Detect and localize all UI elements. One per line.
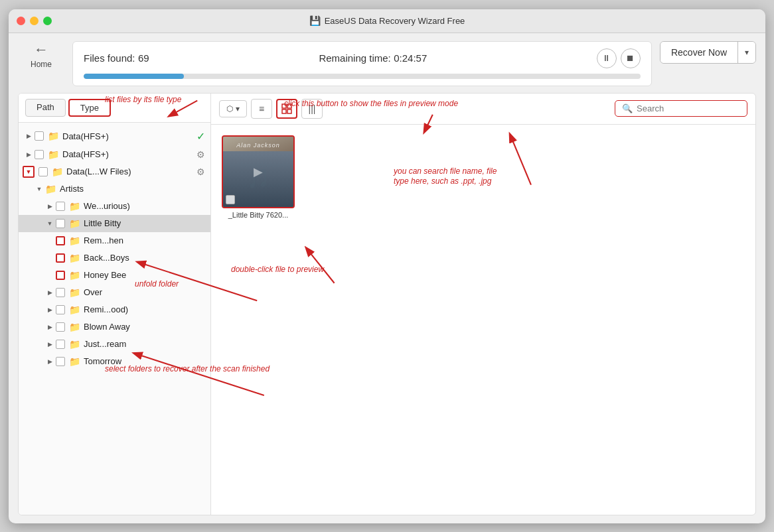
expand-arrow[interactable]: ▼ <box>45 219 54 228</box>
svg-rect-1 <box>287 104 291 108</box>
compare-view-button[interactable]: ||| <box>301 99 323 119</box>
folder-icon: 📁 <box>45 184 56 194</box>
back-button[interactable]: ← <box>34 41 48 58</box>
tab-type[interactable]: Type <box>68 99 111 117</box>
expand-arrow[interactable]: ▶ <box>45 288 54 297</box>
search-box: 🔍 <box>615 100 747 117</box>
progress-top: Files found: 69 Remaining time: 0:24:57 … <box>84 48 641 68</box>
checkbox[interactable] <box>56 305 65 314</box>
folder-icon: 📁 <box>69 235 80 246</box>
file-thumbnail[interactable]: Alan Jackson 🎵 ▶ _Little Bitty 7620... <box>222 135 295 219</box>
stop-button[interactable]: ⏹ <box>621 48 641 68</box>
item-label: Just...ream <box>84 339 126 349</box>
grid-icon <box>281 103 292 114</box>
svg-rect-3 <box>287 109 291 113</box>
item-label: Artists <box>60 184 84 194</box>
expand-arrow[interactable]: ▶ <box>45 357 54 366</box>
tab-path[interactable]: Path <box>25 99 66 117</box>
progress-bar-track <box>84 74 641 79</box>
checkbox[interactable] <box>56 288 65 297</box>
sidebar: Path Type ▶ 📁 Data(HFS+) ✓ ▶ <box>19 94 211 515</box>
progress-controls: ⏸ ⏹ <box>597 48 641 68</box>
recover-now-group[interactable]: Recover Now ▾ <box>660 41 756 64</box>
item-label: Honey Bee <box>84 270 126 280</box>
expand-arrow[interactable]: ▶ <box>45 305 54 314</box>
item-label: Over <box>84 287 102 297</box>
status-loading-icon: ⚙ <box>196 149 205 160</box>
checkbox[interactable] <box>35 150 44 159</box>
window-title: EaseUS Data Recovery Wizard Free <box>325 16 465 26</box>
folder-icon: 📁 <box>69 304 80 315</box>
app-window: 💾 EaseUS Data Recovery Wizard Free ← Hom… <box>9 9 765 523</box>
expand-arrow[interactable]: ▶ <box>24 131 33 141</box>
thumbnail-image[interactable]: Alan Jackson 🎵 ▶ <box>222 135 295 208</box>
checkbox[interactable] <box>35 131 44 141</box>
expand-arrow[interactable]: ▶ <box>45 322 54 332</box>
list-icon: ≡ <box>259 103 264 114</box>
minimize-btn[interactable] <box>30 17 39 25</box>
list-item[interactable]: 📁 Honey Bee <box>19 267 210 284</box>
checkbox-highlighted[interactable] <box>56 253 65 263</box>
filter-button[interactable]: ⬡ ▾ <box>219 100 247 117</box>
checkbox[interactable] <box>56 340 65 349</box>
list-item[interactable]: ▶ 📁 Data(HFS+) ⚙ <box>19 146 210 163</box>
item-label: Remi...ood) <box>84 304 128 314</box>
close-btn[interactable] <box>17 17 25 25</box>
list-item[interactable]: ▶ 📁 Data(HFS+) ✓ <box>19 127 210 146</box>
expand-arrow[interactable]: ▼ <box>35 184 44 194</box>
list-item[interactable]: ▶ 📁 Remi...ood) <box>19 301 210 318</box>
list-item[interactable]: ▶ 📁 Tomorrow <box>19 353 210 370</box>
list-item[interactable]: 📁 Rem...hen <box>19 232 210 249</box>
body-area: Path Type ▶ 📁 Data(HFS+) ✓ ▶ <box>18 93 756 515</box>
list-item[interactable]: ▶ 📁 Over <box>19 284 210 301</box>
sidebar-tree: ▶ 📁 Data(HFS+) ✓ ▶ 📁 Data(HFS+) ⚙ <box>19 123 210 515</box>
list-item[interactable]: ▶ 📁 Blown Away <box>19 318 210 336</box>
recover-now-button[interactable]: Recover Now <box>660 42 738 63</box>
item-label: We...urious) <box>84 201 130 211</box>
expand-arrow[interactable]: ▶ <box>45 340 54 349</box>
svg-rect-2 <box>282 109 286 113</box>
file-area: ⬡ ▾ ≡ ||| <box>211 94 755 515</box>
folder-icon: 📁 <box>69 201 80 212</box>
expand-arrow[interactable]: ▶ <box>45 202 54 211</box>
list-item[interactable]: ▼ 📁 Little Bitty <box>19 215 210 232</box>
recover-dropdown-button[interactable]: ▾ <box>738 42 755 63</box>
item-label: Data(HFS+) <box>62 149 109 159</box>
svg-rect-0 <box>282 104 286 108</box>
checkbox[interactable] <box>56 357 65 366</box>
list-item[interactable]: ▼ 📁 Artists <box>19 180 210 198</box>
maximize-btn[interactable] <box>43 17 52 25</box>
expand-arrow[interactable]: ▶ <box>24 150 33 159</box>
folder-icon: 📁 <box>69 356 80 367</box>
list-item[interactable]: ▶ 📁 We...urious) <box>19 198 210 215</box>
grid-view-button[interactable] <box>276 99 297 119</box>
files-found-count: 69 <box>138 52 149 64</box>
home-label: Home <box>31 60 52 69</box>
checkbox[interactable] <box>56 219 65 228</box>
folder-icon: 📁 <box>48 131 59 141</box>
expand-arrow-highlighted[interactable]: ▼ <box>23 166 35 178</box>
list-item[interactable]: ▶ 📁 Just...ream <box>19 336 210 353</box>
home-section: ← Home <box>18 41 64 69</box>
checkbox-highlighted[interactable] <box>56 271 65 280</box>
list-view-button[interactable]: ≡ <box>251 99 272 119</box>
list-item[interactable]: ▼ 📁 Data(L...W Files) ⚙ <box>19 163 210 180</box>
progress-section: Files found: 69 Remaining time: 0:24:57 … <box>72 41 652 86</box>
title-bar: 💾 EaseUS Data Recovery Wizard Free <box>9 9 765 33</box>
list-item[interactable]: 📁 Back...Boys <box>19 249 210 267</box>
thumbnail-checkbox[interactable] <box>226 195 235 204</box>
folder-icon: 📁 <box>69 218 80 229</box>
search-icon: 🔍 <box>622 103 633 113</box>
folder-icon: 📁 <box>69 253 80 263</box>
folder-icon: 📁 <box>69 270 80 281</box>
search-input[interactable] <box>637 103 740 113</box>
progress-bar-fill <box>84 74 184 79</box>
app-icon: 💾 <box>309 15 321 26</box>
item-label: Little Bitty <box>84 218 121 228</box>
checkbox[interactable] <box>56 322 65 332</box>
checkbox[interactable] <box>39 167 48 176</box>
checkbox-highlighted[interactable] <box>56 236 65 245</box>
pause-button[interactable]: ⏸ <box>597 48 617 68</box>
folder-icon: 📁 <box>52 166 63 177</box>
checkbox[interactable] <box>56 202 65 211</box>
